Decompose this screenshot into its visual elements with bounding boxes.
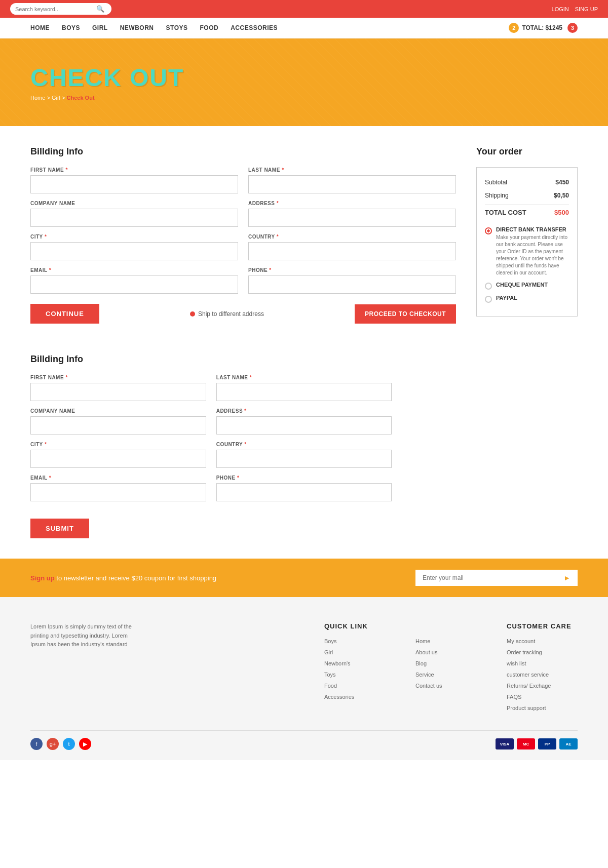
city-group-1: CITY * [30, 234, 238, 260]
country-group-1: COUNTRY * [248, 234, 456, 260]
company-input-2[interactable] [30, 416, 206, 435]
last-name-group-2: LAST NAME * [216, 375, 392, 401]
wishlist-count: 3 [567, 23, 578, 33]
continue-button[interactable]: CONTINUE [30, 304, 99, 324]
first-name-label-1: FIRST NAME * [30, 167, 238, 173]
footer-link-food[interactable]: Food [324, 683, 337, 689]
address-input-2[interactable] [216, 416, 392, 435]
quick-links-col1: Boys Girl Newborn's Toys Food Accessorie… [324, 637, 395, 700]
payment-options: DIRECT BANK TRANSFER Make your payment d… [485, 226, 569, 303]
search-button[interactable]: 🔍 [96, 5, 104, 13]
main-content: Billding Info FIRST NAME * LAST NAME * C… [0, 126, 608, 344]
phone-input-2[interactable] [216, 483, 392, 501]
footer-link-contact[interactable]: Contact us [415, 683, 442, 689]
nav-boys[interactable]: BOYS [62, 24, 80, 31]
nav-girl[interactable]: GIRL [92, 24, 108, 31]
list-item: Returns/ Exchage [507, 682, 578, 689]
social-icons: f g+ t ▶ [30, 738, 91, 750]
proceed-checkout-button[interactable]: PROCEED TO CHECKOUT [355, 304, 456, 324]
footer-link-returns[interactable]: Returns/ Exchage [507, 683, 551, 689]
country-input-1[interactable] [248, 242, 456, 260]
first-name-group-1: FIRST NAME * [30, 167, 238, 193]
googleplus-icon[interactable]: g+ [47, 738, 59, 750]
signup-link[interactable]: SING UP [575, 6, 598, 12]
list-item: About us [415, 648, 486, 656]
facebook-icon[interactable]: f [30, 738, 43, 750]
send-icon[interactable]: ► [563, 574, 571, 582]
nav-links: HOME BOYS GIRL NEWBORN STOYS FOOD ACCESS… [30, 24, 278, 31]
payment-paypal[interactable]: PAYPAL [485, 295, 569, 303]
footer-link-faqs[interactable]: FAQS [507, 694, 521, 700]
newsletter-email-input[interactable] [423, 574, 563, 581]
footer-link-customer-service[interactable]: customer service [507, 672, 549, 678]
top-bar: 🔍 LOGIN SING UP [0, 0, 608, 18]
list-item: Product support [507, 704, 578, 712]
nav-stoys[interactable]: STOYS [166, 24, 188, 31]
radio-paypal [485, 296, 492, 303]
city-input-2[interactable] [30, 450, 206, 468]
nav-accessories[interactable]: ACCESSORIES [231, 24, 278, 31]
footer-columns-right: QUICK LINK Boys Girl Newborn's Toys Food… [172, 622, 578, 715]
payment-direct-bank[interactable]: DIRECT BANK TRANSFER Make your payment d… [485, 226, 569, 277]
footer-link-order-tracking[interactable]: Order tracking [507, 649, 542, 655]
footer-link-wishlist[interactable]: wish list [507, 660, 526, 666]
first-name-input-1[interactable] [30, 175, 238, 193]
footer-link-blog[interactable]: Blog [415, 660, 427, 666]
address-label-1: ADDRESS * [248, 201, 456, 206]
city-label-2: CITY * [30, 442, 206, 447]
shipping-value: $0,50 [554, 192, 569, 199]
nav-newborn[interactable]: NEWBORN [120, 24, 154, 31]
company-input-1[interactable] [30, 209, 238, 227]
company-label-1: COMPANY NAME [30, 201, 238, 206]
breadcrumb-home[interactable]: Home [30, 95, 45, 101]
last-name-input-2[interactable] [216, 383, 392, 401]
footer-link-boys[interactable]: Boys [324, 638, 336, 644]
radio-direct-bank [485, 227, 492, 234]
nav-home[interactable]: HOME [30, 24, 50, 31]
newsletter-signup-link[interactable]: Sign up [30, 574, 55, 582]
address-group-2: ADDRESS * [216, 408, 392, 435]
footer-link-girl[interactable]: Girl [324, 649, 333, 655]
login-link[interactable]: LOGIN [552, 6, 569, 12]
footer-link-toys[interactable]: Toys [324, 672, 336, 678]
ship-dot-icon [190, 311, 195, 317]
country-input-2[interactable] [216, 450, 392, 468]
search-bar[interactable]: 🔍 [10, 3, 111, 15]
customer-care-links: My account Order tracking wish list cust… [507, 637, 578, 712]
footer-link-home[interactable]: Home [415, 638, 430, 644]
company-group-1: COMPANY NAME [30, 201, 238, 227]
amex-icon: AE [559, 738, 578, 749]
footer-link-accessories[interactable]: Accessories [324, 694, 354, 700]
email-input-2[interactable] [30, 483, 206, 501]
footer-link-product-support[interactable]: Product support [507, 705, 546, 711]
last-name-group-1: LAST NAME * [248, 167, 456, 193]
footer-link-newborn[interactable]: Newborn's [324, 660, 351, 666]
email-input-1[interactable] [30, 275, 238, 294]
wishlist-badge[interactable]: 3 [567, 23, 578, 33]
footer-link-my-account[interactable]: My account [507, 638, 535, 644]
breadcrumb-girl[interactable]: Girl [52, 95, 60, 101]
country-group-2: COUNTRY * [216, 442, 392, 468]
company-group-2: COMPANY NAME [30, 408, 206, 435]
customer-care-title: CUSTOMER CARE [507, 622, 578, 630]
address-input-1[interactable] [248, 209, 456, 227]
form-actions-1: CONTINUE Ship to different address PROCE… [30, 304, 456, 324]
footer-link-about[interactable]: About us [415, 649, 437, 655]
search-input[interactable] [15, 6, 96, 12]
city-input-1[interactable] [30, 242, 238, 260]
youtube-icon[interactable]: ▶ [79, 738, 91, 750]
subtotal-value: $450 [555, 179, 569, 186]
nav-bar: HOME BOYS GIRL NEWBORN STOYS FOOD ACCESS… [0, 18, 608, 38]
last-name-label-2: LAST NAME * [216, 375, 392, 380]
submit-button[interactable]: SUBMIT [30, 519, 89, 538]
phone-input-1[interactable] [248, 275, 456, 294]
payment-cheque[interactable]: CHEQUE PAYMENT [485, 282, 569, 290]
twitter-icon[interactable]: t [63, 738, 75, 750]
cart-badge[interactable]: 2 TOTAL: $1245 [509, 23, 562, 33]
footer-link-service[interactable]: Service [415, 672, 434, 678]
last-name-input-1[interactable] [248, 175, 456, 193]
first-name-input-2[interactable] [30, 383, 206, 401]
nav-food[interactable]: FOOD [200, 24, 218, 31]
company-address-row-2: COMPANY NAME ADDRESS * [30, 408, 578, 435]
email-phone-row-2: EMAIL * PHONE * [30, 475, 578, 501]
